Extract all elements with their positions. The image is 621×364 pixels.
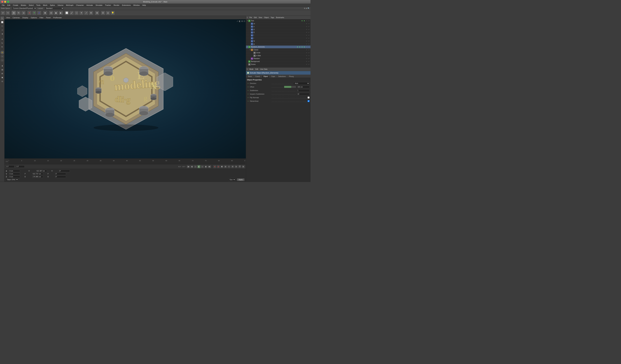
attr-input-subdivision[interactable] [297,89,310,92]
effect-btn[interactable]: ✦ [79,11,84,15]
om-row-N[interactable]: ■N✓✓ [246,40,310,43]
om-lock-n_side[interactable]: ✓ [308,55,310,57]
prev-key-btn[interactable]: ◁ [194,165,197,168]
om-eye-text[interactable]: ✓ [306,20,308,22]
menu-render[interactable]: Render [112,4,121,6]
om-eye-n_side[interactable]: ✓ [306,55,308,57]
pos-y-field[interactable] [9,173,20,175]
grid-tool[interactable]: ⊞ [0,72,4,75]
motion-clip-btn[interactable]: ⊞ [224,165,227,168]
om-row-g[interactable]: ■g✓✓ [246,43,310,46]
om-menu-edit[interactable]: Edit [253,16,257,18]
frame-btn[interactable]: ⊟ [49,11,53,15]
om-row-E[interactable]: ■E✓✓ [246,31,310,34]
edge-tool[interactable]: ◇ [0,28,4,32]
om-menu-bookmarks[interactable]: Bookmarks [276,16,285,18]
om-row-cloner[interactable]: ▼■Cloner✓✓ [246,48,310,51]
menu-create[interactable]: Create [12,4,19,6]
anim-layer-btn[interactable]: ≡ [227,165,231,168]
attr-input-offset[interactable] [297,86,310,88]
om-lock-l[interactable]: ✓ [308,34,310,36]
deform-btn[interactable]: ⤢ [84,11,88,15]
size-h-field[interactable] [35,170,47,172]
render-view-btn[interactable]: ■ [43,11,47,15]
om-eye-i[interactable]: ✓ [306,37,308,39]
om-eye-cloner[interactable]: ✓ [306,49,308,51]
s2-tool[interactable]: S [0,55,4,58]
om-menu-view[interactable]: View [258,16,263,18]
om-lock-g[interactable]: ✓ [308,43,310,45]
menu-spline[interactable]: Spline [49,4,56,6]
menu-edit[interactable]: Edit [6,4,12,6]
menu-modes[interactable]: Modes [20,4,27,6]
om-row-background[interactable]: ■Background✓✓ [246,60,310,63]
timeline-ruler[interactable]: 051015202530354045505560657075808590 [9,158,245,164]
om-lock-cloner[interactable]: ✓ [308,49,310,51]
go-end-btn[interactable]: ▶| [208,165,211,168]
om-lock-o[interactable]: ✓ [308,26,310,28]
om-lock-N[interactable]: ✓ [308,40,310,42]
om-eye-random[interactable]: ✓ [306,58,308,60]
light-btn[interactable]: 💡 [110,11,115,15]
size-p-field[interactable] [32,173,43,175]
film-btn[interactable]: 🎬 [238,165,241,168]
layer-tool[interactable]: ▤ [0,68,4,71]
s-tool[interactable]: S [0,51,4,54]
om-row-circle[interactable]: ■Circle✓✓ [246,51,310,54]
attr-tab-coord[interactable]: Coord. [254,75,261,78]
viewport-menu-view[interactable]: View [5,16,11,19]
next-key-btn[interactable]: ▷ [201,165,204,168]
record2-btn[interactable]: ◎ [217,165,220,168]
om-arrow-cloner[interactable]: ▼ [249,49,251,51]
poly-tool[interactable]: ◈ [0,32,4,35]
anim-btn[interactable]: ▶ [59,11,63,15]
menu-window[interactable]: Window [132,4,141,6]
menu-help[interactable]: Help [141,4,147,6]
om-lock-circle[interactable]: ✓ [308,52,310,54]
om-eye-circle[interactable]: ✓ [306,52,308,54]
move-tool[interactable]: ✛ [0,37,4,41]
close-button[interactable] [1,1,3,3]
minimize-button[interactable] [4,1,6,3]
viewport-icon3[interactable]: ⊞ [241,20,243,22]
rot-p-field[interactable] [55,173,66,175]
auto-key-btn[interactable]: ⏺ [220,165,224,168]
axis-x-btn[interactable]: X [27,11,32,15]
om-row-m[interactable]: ■m✓✓ [246,22,310,25]
viewport-menu-options[interactable]: Options [30,16,37,19]
om-arrow-random_elements[interactable]: ▼ [247,46,248,48]
attr-input-isoparm[interactable] [297,93,310,95]
viewport-icon4[interactable]: ⊡ [243,20,245,22]
cube-btn[interactable]: ⬜ [65,11,69,15]
menu-volume[interactable]: Volume [56,4,65,6]
play-btn[interactable]: ▶ [197,165,201,168]
om-menu-icon[interactable]: ☰ [247,17,248,18]
om-lock-E[interactable]: ✓ [308,32,310,33]
paint-btn[interactable]: 🖊 [69,11,74,15]
viewport-menu-filter[interactable]: Filter [39,16,44,19]
attr-checkbox-flip_normals[interactable] [308,96,310,98]
attr-tab-caps[interactable]: Caps [270,75,276,78]
axis-y-btn[interactable]: Y [32,11,36,15]
settings-btn[interactable]: ☰ [101,11,105,15]
om-row-n_side[interactable]: ■n-Side✓✓ [246,54,310,57]
menu-extensions[interactable]: Extensions [121,4,132,6]
attr-menu-edit[interactable]: Edit [255,68,259,70]
om-row-text[interactable]: ▼■Text■■✓✓ [246,19,310,22]
om-row-scene[interactable]: ■Scene✓✓ [246,63,310,66]
om-lock-random_elements[interactable]: ✓ [308,46,310,48]
viewport-menu-display[interactable]: Display [22,16,29,19]
viewport-icon2[interactable]: ◧ [239,20,241,22]
om-row-random_elements[interactable]: ▼■Random_Elements■■■■✓✓ [246,46,310,48]
om-row-random[interactable]: ■Random✓✓ [246,57,310,60]
rot-h-field[interactable] [59,170,70,172]
frame-start-field[interactable] [5,165,14,168]
attr-tab-object[interactable]: Object [262,75,269,78]
size-b-field[interactable] [32,175,43,178]
prev-frame-btn[interactable]: ◀ [190,165,193,168]
pos-x-field[interactable] [9,170,20,172]
om-eye-E[interactable]: ✓ [306,32,308,33]
pos-z-field[interactable] [9,175,20,178]
om-lock-m[interactable]: ✓ [308,23,310,25]
scale-tool[interactable]: ⇱ [0,45,4,49]
